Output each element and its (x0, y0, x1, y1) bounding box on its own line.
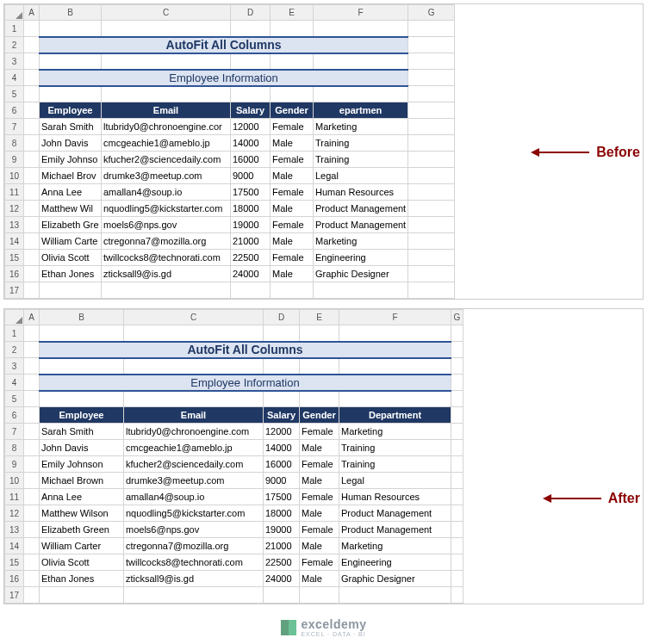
row-header-17[interactable]: 17 (5, 282, 24, 299)
cell[interactable] (24, 571, 40, 587)
cell[interactable] (451, 358, 463, 375)
cell[interactable] (408, 282, 455, 299)
row-header-15[interactable]: 15 (5, 554, 24, 571)
cell-name[interactable]: Elizabeth Green (40, 522, 124, 538)
cell[interactable] (40, 358, 124, 375)
cell-gender[interactable]: Male (300, 538, 339, 554)
row-header-15[interactable]: 15 (5, 250, 24, 266)
cell-email[interactable]: cmcgeachie1@ameblo.jp (102, 135, 231, 152)
cell[interactable] (231, 86, 271, 102)
row-header-12[interactable]: 12 (5, 201, 24, 217)
cell-name[interactable]: Anna Lee (40, 489, 124, 505)
row-header-10[interactable]: 10 (5, 473, 24, 489)
cell-dept[interactable]: Product Management (314, 201, 408, 217)
cell[interactable] (24, 456, 40, 473)
cell-gender[interactable]: Male (300, 571, 339, 587)
cell-name[interactable]: William Carter (40, 538, 124, 554)
cell-email[interactable]: moels6@nps.gov (124, 522, 264, 538)
th-email[interactable]: Email (102, 102, 231, 119)
cell[interactable] (24, 473, 40, 489)
cell-gender[interactable]: Male (271, 233, 314, 250)
cell[interactable] (24, 587, 40, 604)
cell-name[interactable]: Ethan Jones (40, 266, 102, 282)
cell[interactable] (408, 233, 455, 250)
row-header-3[interactable]: 3 (5, 53, 24, 70)
row-header-2[interactable]: 2 (5, 37, 24, 53)
cell[interactable] (40, 86, 102, 102)
cell[interactable] (24, 184, 40, 201)
cell-dept[interactable]: Graphic Designer (314, 266, 408, 282)
col-header-B[interactable]: B (40, 310, 124, 325)
th-gender[interactable]: Gender (271, 102, 314, 119)
cell[interactable] (339, 587, 451, 604)
cell[interactable] (24, 325, 40, 342)
cell[interactable] (408, 37, 455, 53)
cell[interactable] (264, 587, 300, 604)
cell[interactable] (408, 152, 455, 168)
cell[interactable] (102, 86, 231, 102)
cell[interactable] (124, 391, 264, 407)
cell[interactable] (102, 21, 231, 37)
row-header-1[interactable]: 1 (5, 21, 24, 37)
cell-email[interactable]: amallan4@soup.io (102, 184, 231, 201)
cell-gender[interactable]: Female (300, 456, 339, 473)
cell-salary[interactable]: 9000 (231, 168, 271, 184)
th-employee[interactable]: Employee (40, 407, 124, 424)
cell[interactable] (24, 86, 40, 102)
cell[interactable] (451, 522, 463, 538)
row-header-1[interactable]: 1 (5, 325, 24, 342)
row-header-2[interactable]: 2 (5, 342, 24, 358)
select-all-corner[interactable] (5, 5, 24, 21)
cell[interactable] (451, 440, 463, 456)
cell[interactable] (271, 21, 314, 37)
cell-salary[interactable]: 24000 (264, 571, 300, 587)
cell-salary[interactable]: 19000 (264, 522, 300, 538)
cell[interactable] (24, 37, 40, 53)
cell[interactable] (24, 102, 40, 119)
cell-email[interactable]: ltubridy0@chronoengine.com (124, 424, 264, 440)
cell-dept[interactable]: Engineering (314, 250, 408, 266)
row-header-7[interactable]: 7 (5, 119, 24, 135)
cell[interactable] (264, 391, 300, 407)
cell-dept[interactable]: Product Management (314, 217, 408, 233)
cell-salary[interactable]: 17500 (231, 184, 271, 201)
row-header-17[interactable]: 17 (5, 587, 24, 604)
cell[interactable] (300, 587, 339, 604)
row-header-13[interactable]: 13 (5, 217, 24, 233)
cell[interactable] (24, 135, 40, 152)
cell-salary[interactable]: 19000 (231, 217, 271, 233)
cell-name[interactable]: John Davis (40, 135, 102, 152)
cell-dept[interactable]: Marketing (314, 119, 408, 135)
col-header-C[interactable]: C (124, 310, 264, 325)
col-header-G[interactable]: G (408, 5, 455, 21)
row-header-4[interactable]: 4 (5, 70, 24, 86)
cell[interactable] (264, 325, 300, 342)
cell-salary[interactable]: 22500 (231, 250, 271, 266)
cell[interactable] (451, 554, 463, 571)
cell-email[interactable]: twillcocks8@technorati.com (102, 250, 231, 266)
cell[interactable] (24, 342, 40, 358)
cell-email[interactable]: moels6@nps.gov (102, 217, 231, 233)
cell-salary[interactable]: 16000 (231, 152, 271, 168)
cell[interactable] (40, 587, 124, 604)
cell-salary[interactable]: 18000 (231, 201, 271, 217)
cell-dept[interactable]: Training (339, 440, 451, 456)
cell[interactable] (314, 21, 408, 37)
title-cell[interactable]: AutoFit All Columns (40, 37, 408, 53)
cell-name[interactable]: Michael Brown (40, 473, 124, 489)
cell-gender[interactable]: Male (300, 473, 339, 489)
cell[interactable] (24, 538, 40, 554)
cell[interactable] (231, 53, 271, 70)
cell-name[interactable]: Michael Brov (40, 168, 102, 184)
cell-salary[interactable]: 12000 (231, 119, 271, 135)
cell-gender[interactable]: Male (300, 440, 339, 456)
subtitle-cell[interactable]: Employee Information (40, 375, 451, 391)
col-header-D[interactable]: D (231, 5, 271, 21)
cell-dept[interactable]: Legal (339, 473, 451, 489)
cell[interactable] (451, 391, 463, 407)
cell-name[interactable]: Matthew Wil (40, 201, 102, 217)
cell-dept[interactable]: Human Resources (314, 184, 408, 201)
cell-email[interactable]: ctregonna7@mozilla.org (124, 538, 264, 554)
cell[interactable] (408, 266, 455, 282)
cell[interactable] (24, 407, 40, 424)
